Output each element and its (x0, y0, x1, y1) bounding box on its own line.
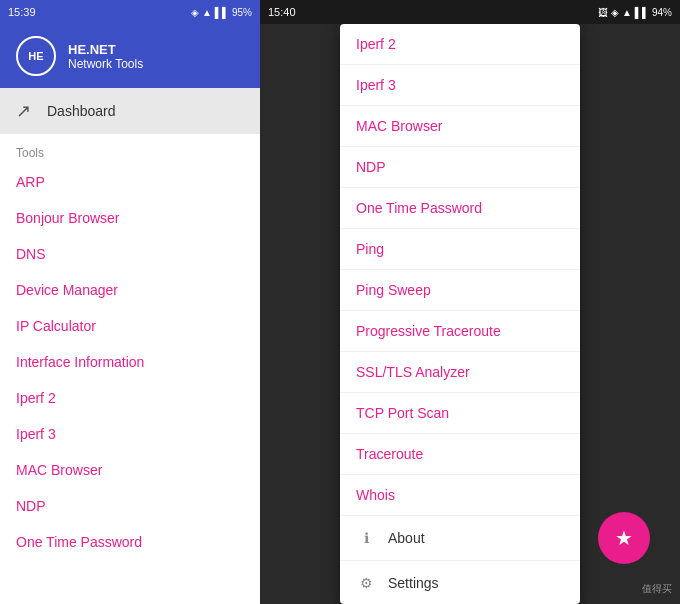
dropdown-settings[interactable]: ⚙ Settings (340, 561, 580, 604)
battery-percent2: 94% (652, 7, 672, 18)
dashboard-label: Dashboard (47, 103, 116, 119)
dashboard-item[interactable]: ↗ Dashboard (0, 88, 260, 134)
dropdown-ping-sweep[interactable]: Ping Sweep (340, 270, 580, 311)
signal-bars-icon2: ▌▌ (635, 7, 649, 18)
right-status-bar: 15:40 🖼 ◈ ▲ ▌▌ 94% (260, 0, 680, 24)
drawer-header: HE HE.NET Network Tools (0, 24, 260, 88)
image-icon: 🖼 (598, 7, 608, 18)
right-time: 15:40 (268, 6, 296, 18)
nav-item-iperf2[interactable]: Iperf 2 (0, 380, 260, 416)
nav-item-interface-info[interactable]: Interface Information (0, 344, 260, 380)
wifi-icon: ▲ (202, 7, 212, 18)
dropdown-ping[interactable]: Ping (340, 229, 580, 270)
tools-section-label: Tools (0, 134, 260, 164)
left-status-bar: 15:39 ◈ ▲ ▌▌ ◈ ▲ ▌▌ 95% 95% (0, 0, 260, 24)
overflow-dropdown-menu: Iperf 2 Iperf 3 MAC Browser NDP One Time… (340, 24, 580, 604)
dropdown-otp[interactable]: One Time Password (340, 188, 580, 229)
dropdown-iperf2[interactable]: Iperf 2 (340, 24, 580, 65)
nav-item-arp[interactable]: ARP (0, 164, 260, 200)
nav-item-bonjour[interactable]: Bonjour Browser (0, 200, 260, 236)
nav-item-dns[interactable]: DNS (0, 236, 260, 272)
navigation-drawer: HE HE.NET Network Tools ↗ Dashboard Tool… (0, 0, 260, 604)
battery-percent: 95% (232, 7, 252, 18)
dropdown-tcp-port-scan[interactable]: TCP Port Scan (340, 393, 580, 434)
dropdown-about[interactable]: ℹ About (340, 516, 580, 561)
dropdown-mac-browser[interactable]: MAC Browser (340, 106, 580, 147)
watermark: 值得买 (642, 582, 672, 596)
info-icon: ℹ (356, 528, 376, 548)
wifi-icon2: ▲ (622, 7, 632, 18)
cast-icon: ◈ (611, 7, 619, 18)
dropdown-progressive-traceroute[interactable]: Progressive Traceroute (340, 311, 580, 352)
dropdown-whois[interactable]: Whois (340, 475, 580, 516)
dropdown-ndp[interactable]: NDP (340, 147, 580, 188)
gear-icon: ⚙ (356, 573, 376, 593)
dropdown-iperf3[interactable]: Iperf 3 (340, 65, 580, 106)
app-name: HE.NET (68, 42, 143, 57)
nav-item-mac-browser[interactable]: MAC Browser (0, 452, 260, 488)
nav-item-otp[interactable]: One Time Password (0, 524, 260, 560)
nav-item-device-manager[interactable]: Device Manager (0, 272, 260, 308)
signal-icon: ◈ (191, 7, 199, 18)
signal-bars-icon: ▌▌ (215, 7, 229, 18)
trending-up-icon: ↗ (16, 100, 31, 122)
left-status-icons: ◈ ▲ ▌▌ ◈ ▲ ▌▌ 95% 95% (191, 7, 252, 18)
app-logo: HE (16, 36, 56, 76)
nav-item-iperf3[interactable]: Iperf 3 (0, 416, 260, 452)
nav-item-ndp[interactable]: NDP (0, 488, 260, 524)
nav-item-ip-calculator[interactable]: IP Calculator (0, 308, 260, 344)
dropdown-ssl-tls[interactable]: SSL/TLS Analyzer (340, 352, 580, 393)
star-icon-right: ★ (615, 526, 633, 550)
left-time: 15:39 (8, 6, 36, 18)
app-subtitle: Network Tools (68, 57, 143, 71)
fab-right[interactable]: ★ (598, 512, 650, 564)
right-status-icons: 🖼 ◈ ▲ ▌▌ 94% (598, 7, 672, 18)
drawer-header-text: HE.NET Network Tools (68, 42, 143, 71)
dropdown-traceroute[interactable]: Traceroute (340, 434, 580, 475)
